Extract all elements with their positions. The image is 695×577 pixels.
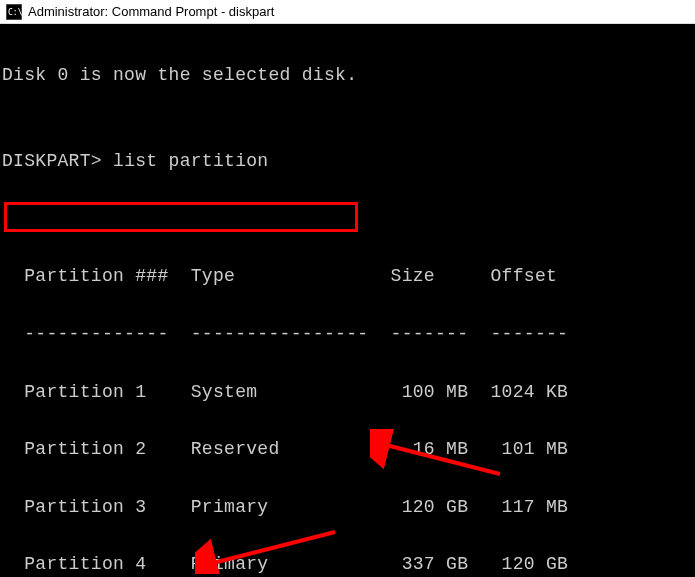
window-title: Administrator: Command Prompt - diskpart (28, 4, 274, 19)
output-selected-disk: Disk 0 is now the selected disk. (2, 61, 695, 90)
cmd-list-partition: list partition (113, 151, 268, 171)
table-row: Partition 4 Primary 337 GB 120 GB (2, 550, 695, 577)
partition-table-divider: ------------- ---------------- ------- -… (2, 320, 695, 349)
svg-text:C:\: C:\ (8, 8, 22, 17)
partition-table-header: Partition ### Type Size Offset (2, 262, 695, 291)
table-row: Partition 2 Reserved 16 MB 101 MB (2, 435, 695, 464)
titlebar[interactable]: C:\ Administrator: Command Prompt - disk… (0, 0, 695, 24)
cmd-icon: C:\ (6, 4, 22, 20)
table-row: Partition 1 System 100 MB 1024 KB (2, 378, 695, 407)
blank-line (2, 205, 695, 234)
cmd-window: C:\ Administrator: Command Prompt - disk… (0, 0, 695, 577)
console-area[interactable]: Disk 0 is now the selected disk. DISKPAR… (0, 24, 695, 577)
prompt-prefix: DISKPART> (2, 151, 113, 171)
prompt-list-partition: DISKPART> list partition (2, 147, 695, 176)
table-row: Partition 3 Primary 120 GB 117 MB (2, 493, 695, 522)
